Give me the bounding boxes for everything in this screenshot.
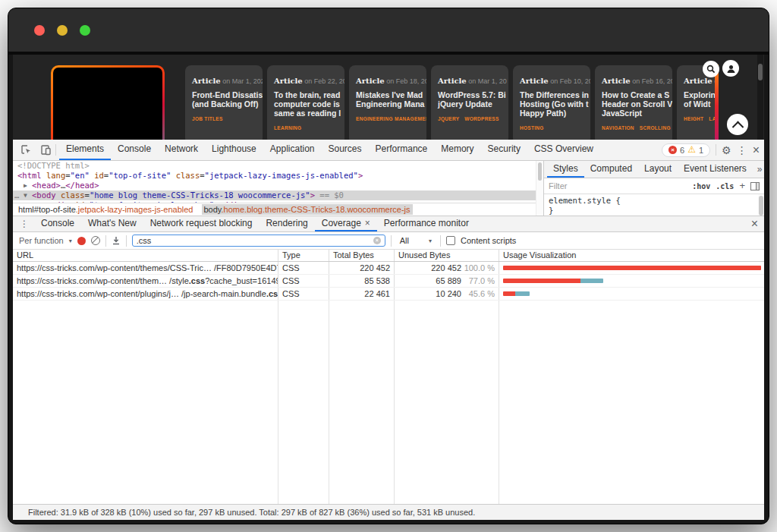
article-tag-link[interactable]: LAY — [709, 116, 715, 121]
styles-scrollbar-thumb[interactable] — [759, 196, 763, 216]
close-icon[interactable]: × — [365, 216, 370, 230]
article-card[interactable]: Article on Mar 1, 202Front-End Dissatis(… — [185, 65, 263, 140]
kebab-menu-icon[interactable]: ⋮ — [737, 145, 747, 156]
code-token: "en" — [71, 171, 90, 180]
styles-filter-input[interactable]: Filter — [549, 181, 687, 190]
url-cell[interactable]: https://css-tricks.com/wp-content/plugin… — [13, 288, 278, 300]
article-tag-link[interactable]: NAVIGATION — [602, 125, 634, 131]
article-tag-link[interactable]: ENGINEERING MANAGEMENT — [356, 116, 426, 121]
breadcrumb-item[interactable]: html#top-of-site.jetpack-lazy-images-js-… — [16, 204, 196, 215]
column-header-unused-bytes[interactable]: Unused Bytes — [395, 250, 499, 261]
column-header-url[interactable]: URL — [13, 250, 278, 261]
dom-node[interactable]: ▶<head>…</head> — [13, 181, 536, 190]
toggle-hover-state-button[interactable]: :hov — [692, 182, 710, 190]
drawer-tab-performance-monitor[interactable]: Performance monitor — [377, 216, 476, 231]
content-scripts-checkbox[interactable] — [446, 236, 455, 245]
column-header-total-bytes[interactable]: Total Bytes — [329, 250, 395, 261]
column-header-usage-visualization[interactable]: Usage Visualization — [499, 250, 764, 261]
article-card[interactable]: Article on Feb 18, 20Mistakes I've MadEn… — [349, 65, 426, 140]
new-style-rule-button[interactable]: + — [739, 181, 745, 190]
breadcrumb-item[interactable]: body.home.blog.theme-CSS-Tricks-18.wooco… — [202, 204, 413, 215]
article-tag-link[interactable]: JOB TITLES — [192, 116, 223, 121]
column-line — [278, 301, 329, 504]
tab-memory[interactable]: Memory — [434, 140, 480, 160]
sidebar-more-tabs-icon[interactable]: » — [753, 164, 767, 175]
drawer-tab-coverage[interactable]: Coverage× — [315, 216, 377, 231]
devtools-close-icon[interactable]: × — [753, 145, 760, 156]
drawer-tab-rendering[interactable]: Rendering — [259, 216, 314, 231]
sidebar-tab-styles[interactable]: Styles — [547, 161, 584, 178]
article-card[interactable]: Article on Feb 22, 20To the brain, readc… — [267, 65, 344, 140]
tab-lighthouse[interactable]: Lighthouse — [205, 140, 263, 160]
article-card[interactable]: Article on Mar 1, 20WordPress 5.7: BijQu… — [431, 65, 508, 140]
url-cell[interactable]: https://css-tricks.com/wp-content/themes… — [13, 262, 278, 274]
sidebar-tab-computed[interactable]: Computed — [584, 161, 638, 178]
expand-arrow-icon[interactable]: ▶ — [24, 181, 32, 190]
tab-performance[interactable]: Performance — [369, 140, 435, 160]
divider — [126, 235, 127, 247]
issues-badge[interactable]: × 6 ⚠ 1 — [662, 143, 710, 157]
url-cell[interactable]: https://css-tricks.com/wp-content/them… … — [13, 275, 278, 287]
export-coverage-button[interactable] — [112, 236, 121, 245]
page-scrollbar[interactable] — [757, 55, 763, 140]
settings-gear-icon[interactable]: ⚙ — [722, 145, 731, 156]
featured-card[interactable] — [51, 65, 165, 140]
tab-css-overview[interactable]: CSS Overview — [527, 140, 600, 160]
dom-tree-pane: <!DOCTYPE html><html lang="en" id="top-o… — [13, 161, 536, 216]
tab-application[interactable]: Application — [263, 140, 322, 160]
account-button[interactable] — [722, 60, 739, 77]
styles-scrollbar[interactable] — [758, 194, 764, 216]
coverage-mode-select[interactable]: Per function — [19, 236, 64, 245]
sidebar-tab-layout[interactable]: Layout — [638, 161, 678, 178]
toggle-class-button[interactable]: .cls — [716, 182, 734, 190]
dom-node[interactable]: <div id="top-of-site-pixel-anchor"></div… — [13, 200, 536, 203]
tab-sources[interactable]: Sources — [322, 140, 369, 160]
traffic-light-zoom-button[interactable] — [80, 25, 90, 36]
dom-node[interactable]: <html lang="en" id="top-of-site" class="… — [13, 171, 536, 181]
table-row[interactable]: https://css-tricks.com/wp-content/plugin… — [13, 288, 764, 301]
drawer-menu-icon[interactable]: ⋮ — [14, 219, 34, 229]
drawer-tab-what-s-new[interactable]: What's New — [81, 216, 143, 231]
tab-network[interactable]: Network — [158, 140, 205, 160]
article-tag-link[interactable]: SCROLLING — [640, 125, 671, 131]
column-header-type[interactable]: Type — [278, 250, 329, 261]
dom-node[interactable]: …▼<body class="home blog theme-CSS-Trick… — [13, 190, 536, 200]
drawer-close-icon[interactable]: × — [751, 219, 758, 229]
element-style-rule[interactable]: element.style { — [549, 196, 760, 206]
table-row[interactable]: https://css-tricks.com/wp-content/themes… — [13, 262, 764, 275]
clear-coverage-button[interactable] — [91, 236, 100, 245]
type-cell: CSS — [278, 275, 329, 287]
traffic-light-close-button[interactable] — [34, 25, 45, 36]
article-tag-link[interactable]: LEARNING — [274, 125, 301, 131]
dom-node[interactable]: <!DOCTYPE html> — [13, 161, 536, 171]
expand-arrow-open-icon[interactable]: ▼ — [24, 190, 32, 200]
page-scrollbar-thumb[interactable] — [758, 64, 763, 80]
computed-panel-icon[interactable] — [750, 182, 760, 190]
article-tag-link[interactable]: JQUERY — [438, 116, 459, 121]
search-button[interactable] — [703, 61, 719, 77]
article-card[interactable]: Article on Feb 16, 20How to Create a SHe… — [595, 65, 672, 140]
clear-filter-icon[interactable]: × — [373, 237, 381, 244]
dom-scrollbar[interactable] — [536, 161, 543, 216]
record-coverage-button[interactable] — [77, 237, 86, 245]
article-tag-link[interactable]: HEIGHT — [684, 116, 703, 121]
type-filter-select[interactable]: All ▾ — [397, 236, 435, 245]
tab-console[interactable]: Console — [111, 140, 158, 160]
url-filter-input[interactable]: .css × — [132, 235, 385, 247]
tab-elements[interactable]: Elements — [59, 140, 111, 160]
drawer-tab-network-request-blocking[interactable]: Network request blocking — [143, 216, 260, 231]
sidebar-tab-event-listeners[interactable]: Event Listeners — [678, 161, 753, 178]
article-tag-link[interactable]: HOSTING — [520, 125, 544, 131]
dom-scrollbar-thumb[interactable] — [538, 162, 542, 181]
tab-security[interactable]: Security — [481, 140, 527, 160]
drawer-tab-console[interactable]: Console — [34, 216, 81, 231]
drawer-tab-label: Coverage — [322, 216, 361, 230]
article-card[interactable]: Article on Feb 10, 20The Differences inH… — [513, 65, 590, 140]
scroll-to-top-button[interactable] — [727, 114, 748, 135]
device-toolbar-button[interactable] — [36, 143, 55, 158]
traffic-light-minimize-button[interactable] — [57, 25, 68, 36]
unused-bytes-value: 220 452 — [431, 263, 461, 272]
article-tag-link[interactable]: WORDPRESS — [464, 116, 499, 121]
table-row[interactable]: https://css-tricks.com/wp-content/them… … — [13, 275, 764, 288]
inspect-element-button[interactable] — [16, 143, 36, 158]
